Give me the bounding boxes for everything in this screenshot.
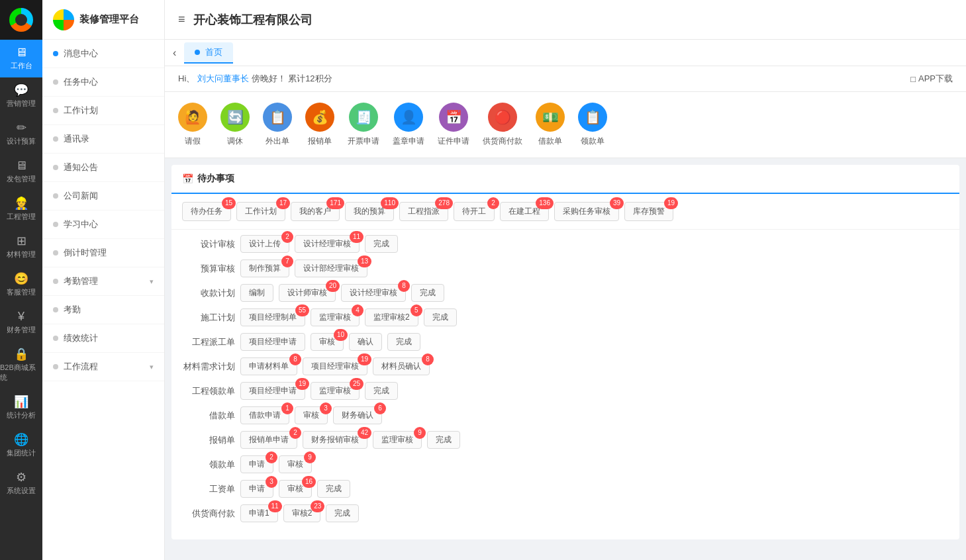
tab-back-button[interactable]: ‹ <box>173 47 176 59</box>
tab-home[interactable]: 首页 <box>184 42 233 64</box>
wf-step-4-1[interactable]: 审核 10 <box>311 333 344 351</box>
menu-item-performance[interactable]: 绩效统计 <box>42 324 164 353</box>
wf-step-0-1[interactable]: 设计经理审核 11 <box>295 235 360 253</box>
group-icon: 🌐 <box>14 434 28 445</box>
qa-icon-invoice: 🧾 <box>349 103 378 132</box>
wf-step-5-0[interactable]: 申请材料单 8 <box>240 357 297 375</box>
todo-tab-1[interactable]: 工作计划 17 <box>236 202 285 221</box>
wf-step-7-2[interactable]: 财务确认 6 <box>333 406 382 424</box>
wf-step-2-0[interactable]: 编制 <box>240 284 273 302</box>
menu-item-workplan[interactable]: 工作计划 <box>42 97 164 125</box>
hamburger-icon[interactable]: ≡ <box>178 13 185 26</box>
download-label: APP下载 <box>918 73 953 85</box>
menu-item-notices[interactable]: 通知公告 <box>42 154 164 182</box>
todo-tab-5[interactable]: 待开工 2 <box>454 202 495 221</box>
wf-badge-3-0: 55 <box>295 304 309 316</box>
wf-step-9-0[interactable]: 申请 2 <box>240 455 273 473</box>
wf-step-8-3[interactable]: 完成 <box>427 431 460 449</box>
wf-step-4-3[interactable]: 完成 <box>387 333 420 351</box>
wf-step-2-1[interactable]: 设计师审核 20 <box>279 284 336 302</box>
wf-step-1-0[interactable]: 制作预算 7 <box>240 259 289 277</box>
sidebar-item-engineering[interactable]: 👷 工程管理 <box>0 191 42 228</box>
wf-step-4-0[interactable]: 项目经理申请 <box>240 333 305 351</box>
qa-cert[interactable]: 📅 证件申请 <box>438 103 469 147</box>
menu-item-news[interactable]: 公司新闻 <box>42 182 164 210</box>
menu-item-contacts[interactable]: 通讯录 <box>42 125 164 154</box>
menu-item-messages[interactable]: 消息中心 <box>42 40 164 68</box>
wf-step-9-1[interactable]: 审核 9 <box>279 455 312 473</box>
qa-dayoff[interactable]: 🔄 调休 <box>220 103 250 147</box>
todo-tab-7[interactable]: 采购任务审核 39 <box>554 202 619 221</box>
todo-tab-6[interactable]: 在建工程 136 <box>500 202 549 221</box>
qa-expense[interactable]: 💰 报销单 <box>305 103 334 147</box>
wf-step-6-1[interactable]: 监理审核 25 <box>311 382 360 400</box>
dot-workflow <box>53 364 58 369</box>
wf-step-3-2[interactable]: 监理审核2 5 <box>365 308 418 326</box>
qa-receipt[interactable]: 📋 领款单 <box>578 103 607 147</box>
sidebar-item-customer[interactable]: 😊 客服管理 <box>0 266 42 304</box>
sidebar-item-b2b[interactable]: 🔒 B2B商城系统 <box>0 342 42 389</box>
todo-tab-0[interactable]: 待办任务 15 <box>182 202 231 221</box>
wf-step-3-1[interactable]: 监理审核 4 <box>311 308 360 326</box>
todo-tab-badge-1: 17 <box>276 197 290 209</box>
todo-tab-8[interactable]: 库存预警 19 <box>624 202 673 221</box>
wf-step-11-1[interactable]: 审核2 23 <box>283 504 321 522</box>
todo-tab-label-5: 待开工 <box>462 207 486 216</box>
menu-item-workflow[interactable]: 工作流程 ▾ <box>42 353 164 381</box>
qa-outing[interactable]: 📋 外出单 <box>263 103 292 147</box>
wf-step-2-3[interactable]: 完成 <box>411 284 444 302</box>
qa-leave[interactable]: 🙋 请假 <box>178 103 207 147</box>
sidebar-item-settings[interactable]: ⚙ 系统设置 <box>0 465 42 502</box>
menu-item-tasks[interactable]: 任务中心 <box>42 68 164 97</box>
wf-row-expense: 报销单 报销单申请 2 财务报销审核 42 监理审核 9 完成 <box>182 431 949 449</box>
sidebar-item-dispatch[interactable]: 🖥 发包管理 <box>0 153 42 191</box>
wf-step-11-2[interactable]: 完成 <box>326 504 359 522</box>
wf-step-10-1[interactable]: 审核 16 <box>279 480 312 498</box>
wf-step-8-2[interactable]: 监理审核 9 <box>373 431 422 449</box>
menu-label-news: 公司新闻 <box>64 190 98 202</box>
sidebar-item-workbench[interactable]: 🖥 工作台 <box>0 40 42 77</box>
app-download[interactable]: □ APP下载 <box>910 73 953 85</box>
todo-tab-2[interactable]: 我的客户 171 <box>291 202 340 221</box>
wf-step-7-1[interactable]: 审核 3 <box>295 406 328 424</box>
wf-step-7-0[interactable]: 借款申请 1 <box>240 406 289 424</box>
menu-item-learning[interactable]: 学习中心 <box>42 210 164 239</box>
wf-step-8-1[interactable]: 财务报销审核 42 <box>303 431 367 449</box>
sidebar-item-marketing[interactable]: 💬 营销管理 <box>0 77 42 115</box>
wf-step-10-2[interactable]: 完成 <box>317 480 350 498</box>
qa-loan[interactable]: 💵 借款单 <box>536 103 565 147</box>
dot-workplan <box>53 108 58 113</box>
sidebar-item-group[interactable]: 🌐 集团统计 <box>0 427 42 465</box>
wf-step-11-0[interactable]: 申请1 11 <box>240 504 278 522</box>
sidebar-item-stats[interactable]: 📊 统计分析 <box>0 389 42 427</box>
wf-step-3-3[interactable]: 完成 <box>424 308 457 326</box>
wf-step-6-0[interactable]: 项目经理申请 19 <box>240 382 305 400</box>
expand-arrow-attendance: ▾ <box>150 277 154 286</box>
wf-step-8-0[interactable]: 报销单申请 2 <box>240 431 297 449</box>
wf-step-0-2[interactable]: 完成 <box>365 235 398 253</box>
wf-step-0-0[interactable]: 设计上传 2 <box>240 235 289 253</box>
wf-step-6-2[interactable]: 完成 <box>365 382 398 400</box>
wf-step-4-2[interactable]: 确认 <box>349 333 382 351</box>
menu-item-attendance-mgmt[interactable]: 考勤管理 ▾ <box>42 267 164 296</box>
sidebar-item-finance[interactable]: ¥ 财务管理 <box>0 304 42 342</box>
wf-step-3-0[interactable]: 项目经理制单 55 <box>240 308 305 326</box>
menu-item-attendance[interactable]: 考勤 <box>42 296 164 324</box>
workflow-header-icon: 📅 <box>182 173 193 184</box>
workflow-header: 📅 待办事项 <box>171 165 959 194</box>
todo-tab-3[interactable]: 我的预算 110 <box>345 202 394 221</box>
username-link[interactable]: 刘大问董事长 <box>197 73 249 83</box>
qa-label-expense: 报销单 <box>308 136 332 147</box>
menu-item-countdown[interactable]: 倒计时管理 <box>42 239 164 267</box>
sidebar-item-design[interactable]: ✏ 设计预算 <box>0 115 42 153</box>
qa-invoice[interactable]: 🧾 开票申请 <box>348 103 379 147</box>
wf-step-5-2[interactable]: 材料员确认 8 <box>373 357 430 375</box>
wf-step-5-1[interactable]: 项目经理审核 19 <box>303 357 367 375</box>
sidebar-item-materials[interactable]: ⊞ 材料管理 <box>0 228 42 266</box>
wf-step-1-1[interactable]: 设计部经理审核 13 <box>295 259 367 277</box>
todo-tab-4[interactable]: 工程指派 278 <box>399 202 448 221</box>
qa-seal[interactable]: 👤 盖章申请 <box>393 103 424 147</box>
wf-step-2-2[interactable]: 设计经理审核 8 <box>341 284 406 302</box>
qa-supplier-pay[interactable]: 🔴 供货商付款 <box>483 103 522 147</box>
wf-step-10-0[interactable]: 申请 3 <box>240 480 273 498</box>
